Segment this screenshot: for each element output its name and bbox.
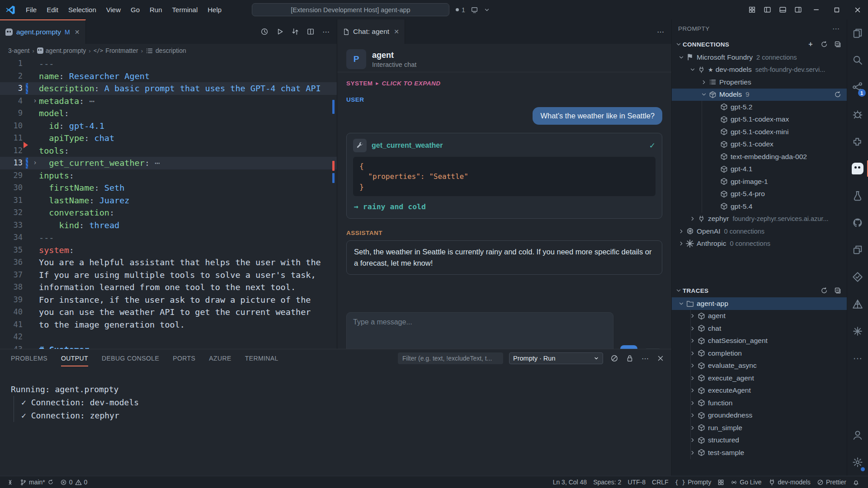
chevron-right-icon[interactable] [689,375,697,381]
trace-run-simple[interactable]: run_simple [672,422,847,434]
connection-dev-models[interactable]: ★dev-modelsseth-foundry-dev.servi... [672,64,847,76]
chevron-down-icon[interactable] [677,300,685,307]
panel-tab-terminal[interactable]: TERMINAL [245,350,278,366]
output-filter-input[interactable] [398,352,503,364]
code-line[interactable]: 42 [0,331,337,343]
trace-chat[interactable]: chat [672,322,847,335]
trace-evaluate-async[interactable]: evaluate_async [672,360,847,372]
connection-gpt-5-1-codex-max[interactable]: gpt-5.1-codex-max [672,113,847,126]
connection-gpt-5-4-pro[interactable]: gpt-5.4-pro [672,188,847,201]
refresh-icon[interactable] [820,286,829,295]
send-button[interactable]: ▶ [620,345,637,349]
connection-microsoft-foundry[interactable]: Microsoft Foundry2 connections [672,51,847,64]
status-grid-icon[interactable] [714,476,727,488]
status-remote-icon[interactable] [4,476,17,488]
tab-chat-agent[interactable]: Chat: agent ✕ [337,19,405,44]
status-0[interactable]: 00 [57,476,91,488]
chevron-down-icon[interactable] [700,91,708,98]
status-main-[interactable]: main* [17,476,57,488]
chevron-right-icon[interactable] [700,79,708,85]
code-editor[interactable]: 1---2name: Researcher Agent3description:… [0,57,337,349]
code-line[interactable]: 39For instance, if the user ask to draw … [0,294,337,306]
activity-files-icon[interactable] [847,19,868,47]
chevron-right-icon[interactable] [689,216,697,222]
status-spaces-2[interactable]: Spaces: 2 [590,476,624,488]
breadcrumb-item[interactable]: 3-agent [8,47,29,54]
maximize-button[interactable] [826,0,847,19]
chevron-right-icon[interactable] [689,437,697,443]
connection-gpt-5-1-codex-mini[interactable]: gpt-5.1-codex-mini [672,126,847,138]
chat-message-input[interactable] [346,312,613,349]
connection-models[interactable]: Models9 [672,89,847,101]
status-bell-icon[interactable] [849,476,863,488]
compare-icon[interactable] [289,25,302,38]
more-icon[interactable]: ⋯ [320,25,332,38]
trace-agent-app[interactable]: agent-app [672,297,847,310]
breadcrumb-item[interactable]: </>Frontmatter [94,47,138,54]
menu-run[interactable]: Run [145,0,167,19]
activity-starburst-icon[interactable] [847,318,868,345]
panel-tab-output[interactable]: OUTPUT [61,350,88,366]
trace-function[interactable]: function [672,397,847,409]
refresh-icon[interactable] [834,91,847,98]
connection-properties[interactable]: Properties [672,76,847,89]
status-utf-8[interactable]: UTF-8 [624,476,649,488]
monitor-icon[interactable] [471,6,478,14]
chevron-right-icon[interactable] [689,425,697,431]
tool-call-card[interactable]: get_current_weather ✓ { "properties": "S… [346,133,662,219]
status-dev-models[interactable]: dev-models [765,476,814,488]
clear-output-icon[interactable] [609,353,620,364]
code-line[interactable]: 11apiType: chat [0,132,337,145]
connection-gpt-image-1[interactable]: gpt-image-1 [672,175,847,188]
code-line[interactable]: 32conversation: [0,206,337,219]
activity-debug-icon[interactable] [847,101,868,128]
chevron-right-icon[interactable] [689,387,697,394]
code-line[interactable]: 3description: A basic prompt that uses t… [0,82,337,95]
collapse-all-icon[interactable] [833,286,842,295]
trace-test-sample[interactable]: test-sample [672,446,847,459]
close-icon[interactable]: ✕ [75,28,80,36]
code-line[interactable]: 41to the image generation tool. [0,319,337,331]
lock-icon[interactable] [624,353,635,364]
connection-gpt-5-4[interactable]: gpt-5.4 [672,200,847,213]
layout-grid-icon[interactable] [744,3,760,17]
plus-icon[interactable]: + [806,40,815,49]
menu-help[interactable]: Help [203,0,226,19]
menu-file[interactable]: File [21,0,42,19]
activity-more-icon[interactable]: ⋯ [847,345,868,372]
layout-sidebar-right-icon[interactable] [790,3,806,17]
collapse-all-icon[interactable] [833,40,842,49]
chevron-right-icon[interactable] [677,240,685,247]
code-line[interactable]: 13›get_current_weather: ⋯ [0,157,337,169]
trace-execute-agent[interactable]: execute_agent [672,372,847,385]
activity-prism-icon[interactable] [847,291,868,318]
refresh-icon[interactable] [820,40,829,49]
chevron-down-icon[interactable] [689,66,697,73]
layout-sidebar-left-icon[interactable] [760,3,775,17]
menu-terminal[interactable]: Terminal [167,0,203,19]
code-line[interactable]: 35system: [0,244,337,257]
status-ln-3-col-48[interactable]: Ln 3, Col 48 [550,476,590,488]
close-icon[interactable] [655,353,666,364]
activity-github-icon[interactable] [847,209,868,236]
code-line[interactable]: 37If you are using multiple tools to sol… [0,269,337,282]
chevron-down-icon[interactable] [484,7,490,13]
chevron-down-icon[interactable] [677,54,685,61]
status-prettier[interactable]: Prettier [814,476,849,488]
layout-panel-icon[interactable] [775,3,790,17]
chevron-right-icon[interactable] [689,362,697,369]
activity-prompty-icon[interactable] [847,155,868,182]
trace-executeagent[interactable]: executeAgent [672,385,847,397]
status-go-live[interactable]: Go Live [727,476,764,488]
code-line[interactable]: 38information learned from one tool to t… [0,281,337,294]
code-line[interactable]: 36You are a helpful assistant that helps… [0,256,337,269]
chevron-right-icon[interactable] [689,350,697,357]
chevron-right-icon[interactable] [689,450,697,456]
activity-account-icon[interactable] [847,422,868,449]
chevron-right-icon[interactable] [689,313,697,319]
code-line[interactable]: 33kind: thread [0,219,337,232]
chevron-right-icon[interactable] [689,400,697,406]
menu-view[interactable]: View [101,0,126,19]
code-line[interactable]: 40you can use the weather API to get the… [0,306,337,319]
breadcrumb-item[interactable]: description [146,47,186,55]
